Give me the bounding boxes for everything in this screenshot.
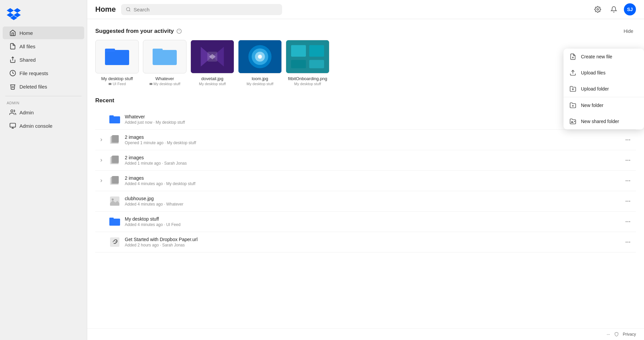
content-area: Suggested from your activity Hide xyxy=(87,19,644,340)
notifications-button[interactable] xyxy=(608,3,620,15)
svg-rect-48 xyxy=(112,176,119,183)
suggested-card-loom[interactable]: loom.jpg My desktop stuff xyxy=(238,40,282,86)
svg-point-37 xyxy=(626,139,627,140)
images-stack-icon-2 xyxy=(109,155,120,166)
folder-new-icon xyxy=(570,102,576,109)
sidebar-item-shared[interactable]: Shared xyxy=(3,53,84,66)
recent-more-clubhouse[interactable] xyxy=(623,196,633,207)
suggested-hide-button[interactable]: Hide xyxy=(621,27,636,35)
new-shared-folder-item[interactable]: New shared folder xyxy=(564,113,644,129)
recent-info-get-started: Get Started with Dropbox Paper.url Added… xyxy=(125,237,619,247)
folder-blue-small-icon-2 xyxy=(109,217,120,226)
card-thumb-my-desktop-stuff xyxy=(95,40,139,73)
recent-info-clubhouse: clubhouse.jpg Added 4 minutes ago · What… xyxy=(125,196,619,207)
sidebar-logo xyxy=(0,0,87,23)
suggested-card-dovetail[interactable]: dovetail.jpg My desktop stuff xyxy=(191,40,234,86)
sidebar-item-admin-label: Admin xyxy=(19,110,34,115)
svg-point-61 xyxy=(629,221,630,222)
new-folder-label: New folder xyxy=(581,103,603,108)
header: Home SJ xyxy=(87,0,644,19)
svg-point-8 xyxy=(597,9,599,10)
bell-icon xyxy=(610,6,617,13)
expand-placeholder-1 xyxy=(98,116,105,123)
recent-icon-get-started xyxy=(109,236,121,248)
chevron-right-icon-3 xyxy=(99,178,104,183)
sidebar-item-admin[interactable]: Admin xyxy=(3,106,84,119)
svg-rect-42 xyxy=(112,156,119,163)
recent-more-2images-3[interactable] xyxy=(623,175,633,186)
sidebar-item-home[interactable]: Home xyxy=(3,26,84,39)
svg-point-53 xyxy=(112,199,114,201)
recent-item-2images-2[interactable]: 2 images Added 1 minute ago · Sarah Jona… xyxy=(95,150,636,171)
settings-button[interactable] xyxy=(592,3,604,15)
suggested-card-whatever[interactable]: Whatever My desktop stuff xyxy=(143,40,186,86)
suggested-section-header: Suggested from your activity Hide xyxy=(95,27,636,35)
recent-item-get-started[interactable]: Get Started with Dropbox Paper.url Added… xyxy=(95,232,636,252)
admin-section-label: Admin xyxy=(0,99,87,106)
suggested-card-my-desktop-stuff[interactable]: My desktop stuff UI Feed xyxy=(95,40,139,86)
sidebar-item-all-files[interactable]: All files xyxy=(3,40,84,53)
svg-point-44 xyxy=(628,160,629,161)
more-icon-5 xyxy=(625,198,631,204)
svg-rect-28 xyxy=(309,60,324,68)
recent-more-my-desktop[interactable] xyxy=(623,216,633,227)
card-sublabel-whatever: My desktop stuff xyxy=(149,82,180,86)
gear-icon xyxy=(594,6,601,13)
expand-placeholder-clubhouse xyxy=(98,198,105,205)
fitbit-thumb-svg xyxy=(286,40,329,73)
recent-name-2images-1: 2 images xyxy=(125,134,619,140)
svg-point-2 xyxy=(11,110,13,112)
recent-more-2images-2[interactable] xyxy=(623,155,633,166)
card-sublabel-my-desktop-stuff: UI Feed xyxy=(108,82,126,86)
sidebar-item-deleted-files-label: Deleted files xyxy=(19,84,47,90)
info-icon xyxy=(176,29,182,34)
sidebar-item-admin-console[interactable]: Admin console xyxy=(3,119,84,132)
recent-item-2images-3[interactable]: 2 images Added 4 minutes ago · My deskto… xyxy=(95,171,636,191)
search-input[interactable] xyxy=(133,7,277,12)
recent-item-whatever[interactable]: Whatever Added just now · My desktop stu… xyxy=(95,109,636,130)
dropbox-logo-icon xyxy=(7,6,21,20)
expand-2images-2[interactable] xyxy=(98,157,105,164)
sidebar-item-all-files-label: All files xyxy=(19,44,36,49)
svg-point-65 xyxy=(629,242,630,243)
recent-more-get-started[interactable] xyxy=(623,237,633,247)
avatar[interactable]: SJ xyxy=(624,3,636,15)
recent-icon-2images-1 xyxy=(109,134,121,146)
recent-info-my-desktop: My desktop stuff Added 4 minutes ago · U… xyxy=(125,216,619,227)
create-new-file-item[interactable]: Create new file xyxy=(564,49,644,65)
expand-2images-3[interactable] xyxy=(98,177,105,184)
recent-info-whatever: Whatever Added just now · My desktop stu… xyxy=(125,114,619,125)
folder-blue-small-icon xyxy=(109,115,120,124)
svg-point-60 xyxy=(628,221,629,222)
more-options-button[interactable]: ··· xyxy=(607,332,610,337)
suggested-card-fitbit[interactable]: fitbitOnboarding.png My desktop stuff xyxy=(286,40,329,86)
sidebar-navigation: Home All files Shared File requests xyxy=(0,23,87,135)
sidebar-item-shared-label: Shared xyxy=(19,57,36,63)
file-plus-icon xyxy=(570,53,576,60)
privacy-link[interactable]: Privacy xyxy=(623,332,636,337)
recent-icon-whatever xyxy=(109,113,121,125)
sidebar-item-deleted-files[interactable]: Deleted files xyxy=(3,80,84,93)
recent-item-2images-1[interactable]: 2 images Opened 1 minute ago · My deskto… xyxy=(95,130,636,150)
sidebar-item-file-requests[interactable]: File requests xyxy=(3,67,84,79)
recent-item-my-desktop[interactable]: My desktop stuff Added 4 minutes ago · U… xyxy=(95,212,636,232)
card-sublabel-dovetail: My desktop stuff xyxy=(199,82,226,86)
upload-files-item[interactable]: Upload files xyxy=(564,65,644,81)
svg-rect-16 xyxy=(153,49,163,52)
recent-icon-my-desktop xyxy=(109,216,121,228)
recent-more-2images-1[interactable] xyxy=(623,134,633,145)
expand-2images-1[interactable] xyxy=(98,136,105,143)
card-sublabel-loom: My desktop stuff xyxy=(247,82,273,86)
upload-folder-item[interactable]: Upload folder xyxy=(564,81,644,97)
recent-item-clubhouse[interactable]: clubhouse.jpg Added 4 minutes ago · What… xyxy=(95,191,636,212)
new-folder-item[interactable]: New folder xyxy=(564,97,644,113)
recent-meta-2images-1: Opened 1 minute ago · My desktop stuff xyxy=(125,140,619,145)
svg-point-6 xyxy=(126,7,130,11)
svg-point-51 xyxy=(629,180,630,181)
svg-rect-15 xyxy=(153,50,177,65)
search-bar[interactable] xyxy=(121,4,282,15)
chevron-right-icon xyxy=(99,137,104,142)
sidebar-item-admin-console-label: Admin console xyxy=(19,123,52,129)
folder-light-icon xyxy=(153,47,177,67)
more-icon-7 xyxy=(625,239,631,245)
